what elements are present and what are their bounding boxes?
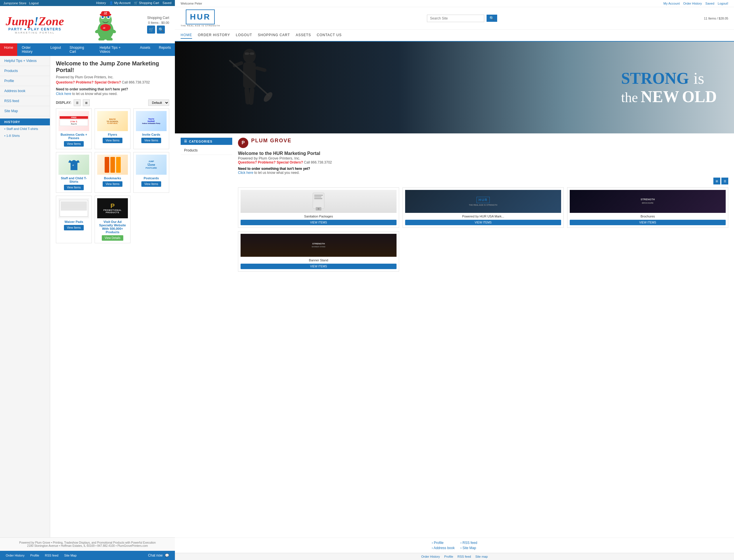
jz-view-items-shirts[interactable]: View Items [64, 185, 84, 190]
jz-logo: Jump ! Zone PARTY ● PLAY CENTERS MARKETI… [6, 15, 64, 34]
jz-sidebar-history-item1[interactable]: Staff and Child T-shirts [0, 125, 50, 132]
jz-sidebar-history-item2[interactable]: 1-8 Shirts [0, 132, 50, 139]
hur-grid-view-btn[interactable]: ⊞ [713, 178, 720, 184]
jz-footer-sitemap[interactable]: Site Map [64, 554, 77, 557]
jz-product-name-shirts[interactable]: Staff and Child T-Shirts [59, 176, 89, 183]
jz-view-items-waiver[interactable]: View Items [64, 225, 84, 230]
hur-sidebar-products[interactable]: Products [181, 146, 232, 155]
hur-product-img-sanitation [241, 190, 396, 213]
jz-logout-link[interactable]: Logout [29, 1, 39, 5]
jz-product-card-postcards: JUMP!ZonePOSTCARD Postcards View Items [133, 152, 169, 193]
jz-product-name-invite[interactable]: Invite Cards [136, 133, 167, 136]
hur-click-here[interactable]: Click here [238, 171, 253, 175]
jz-nav-shopping-cart[interactable]: Shopping Cart [66, 43, 95, 56]
hur-cart-items: 11 Items / $28.05 [704, 17, 728, 20]
jz-sidebar-tips[interactable]: Helpful Tips + Videos [0, 56, 50, 66]
jz-view-items-bc[interactable]: View Items [64, 141, 84, 147]
hur-view-items-banner[interactable]: VIEW ITEMS [241, 264, 396, 269]
svg-rect-30 [314, 198, 322, 199]
jz-nav-order-history[interactable]: Order History [18, 43, 46, 56]
jz-topbar: Jumpzone Store Logout History 👤 My Accou… [0, 0, 175, 6]
hur-nav-home[interactable]: HOME [181, 32, 192, 39]
hur-footer-nav-order[interactable]: Order History [421, 555, 440, 558]
jz-search-icon-button[interactable]: 🔍 [157, 26, 165, 34]
hur-nav: HOME ORDER HISTORY LOGOUT SHOPPING CART … [175, 30, 734, 42]
jz-welcome-title: Welcome to the Jump Zone Marketing Porta… [56, 60, 169, 73]
hur-view-items-hur-powered[interactable]: VIEW ITEMS [405, 220, 561, 225]
hur-nav-assets[interactable]: ASSETS [296, 32, 311, 39]
jz-nav: Home Order History Logout Shopping Cart … [0, 43, 175, 56]
jz-product-card-shirts: JZ Staff and Child T-Shirts View Items [56, 152, 92, 193]
jz-product-name-bookmarks[interactable]: Bookmarks [97, 176, 128, 180]
jz-nav-reports[interactable]: Reports [155, 43, 175, 56]
jz-click-here-link[interactable]: Click here [56, 92, 71, 96]
hur-myaccount-link[interactable]: My Account [663, 2, 680, 5]
hur-nav-contact[interactable]: CONTACT US [317, 32, 342, 39]
hur-view-items-brochures[interactable]: VIEW ITEMS [570, 220, 726, 225]
jz-view-items-flyers[interactable]: View Items [103, 138, 122, 143]
hur-hero-is: is [694, 69, 704, 87]
hur-footer-nav-profile[interactable]: Profile [444, 555, 453, 558]
jz-footer-order-history[interactable]: Order History [6, 554, 24, 557]
hur-contact: Questions? Problems? Special Orders? Cal… [238, 160, 728, 164]
hur-order-q: Need to order something that isn't here … [238, 167, 728, 171]
jz-cart-icon-button[interactable]: 🛒 [147, 26, 155, 34]
jz-view-items-postcards[interactable]: View Items [141, 181, 161, 187]
jz-sidebar-profile[interactable]: Profile [0, 76, 50, 86]
hur-nav-order-history[interactable]: ORDER HISTORY [198, 32, 230, 39]
hur-search-button[interactable]: 🔍 [486, 15, 497, 22]
jz-nav-assets[interactable]: Assets [136, 43, 154, 56]
jz-nav-logout[interactable]: Logout [46, 43, 65, 56]
jz-cart-link[interactable]: 🛒 Shopping Cart [134, 1, 159, 5]
jz-product-name-promo[interactable]: Visit Our Ad Specialty Website With 500,… [97, 220, 128, 234]
jz-product-name-bc[interactable]: Business Cards + Passes [59, 133, 89, 140]
jz-sidebar-address[interactable]: Address book [0, 86, 50, 96]
hur-logout-link[interactable]: Logout! [718, 2, 728, 5]
hur-saved-link[interactable]: Saved [705, 2, 714, 5]
jz-view-items-bookmarks[interactable]: View Items [103, 181, 122, 187]
jz-product-name-postcards[interactable]: Postcards [136, 176, 167, 180]
jz-product-img-shirts: JZ [59, 155, 89, 175]
jz-footer-profile[interactable]: Profile [30, 554, 39, 557]
hur-footer-nav-rss[interactable]: RSS feed [457, 555, 471, 558]
hur-footer-nav-sitemap[interactable]: Site map [475, 555, 488, 558]
hur-footer-profile-link[interactable]: › Profile [432, 541, 455, 545]
jz-product-img-bc: FREE 2 for 1 Post % [59, 111, 89, 131]
hur-welcome: Welcome Peter [181, 2, 202, 5]
jz-nav-tips[interactable]: Helpful Tips + Videos [96, 43, 135, 56]
jz-contact-info: Questions? Problems? Special Orders? Cal… [56, 80, 169, 84]
hur-footer-sitemap-link[interactable]: › Site Map [460, 546, 477, 550]
jz-nav-home[interactable]: Home [0, 43, 17, 56]
hur-order-history-link[interactable]: Order History [683, 2, 702, 5]
jz-sidebar-products[interactable]: Products [0, 66, 50, 76]
hur-nav-logout[interactable]: LOGOUT [236, 32, 252, 39]
jz-sidebar-sitemap[interactable]: Site Map [0, 106, 50, 116]
jz-product-name-flyers[interactable]: Flyers [97, 133, 128, 136]
jz-view-details-promo[interactable]: View Details [102, 235, 123, 241]
hur-list-view-btn[interactable]: ☰ [721, 178, 728, 184]
jz-list-view-btn[interactable]: ☰ [74, 99, 81, 106]
jz-logo-exclaim: ! [34, 15, 38, 27]
svg-point-13 [100, 24, 111, 31]
jz-sort-select[interactable]: Default [148, 100, 169, 106]
jz-sidebar-rss[interactable]: RSS feed [0, 96, 50, 106]
jz-view-items-invite[interactable]: View Items [141, 138, 161, 143]
jz-product-card-waiver: Waiver Pads View Items [56, 196, 92, 243]
hur-view-items-sanitation[interactable]: VIEW ITEMS [241, 220, 396, 225]
hur-cart-info: 11 Items / $28.05 [704, 17, 728, 20]
hur-order-cta: Click here to let us know what you need. [238, 171, 728, 175]
jz-product-name-waiver[interactable]: Waiver Pads [59, 220, 89, 223]
hur-footer-address-link[interactable]: › Address book [432, 546, 455, 550]
hur-logo-box: HUR [186, 9, 215, 24]
hur-categories-icon: ☰ [184, 139, 187, 143]
jz-product-card-promo: P PROMOTIONALPRODUCTS Visit Our Ad Speci… [95, 196, 131, 243]
jz-footer-rss[interactable]: RSS feed [45, 554, 59, 557]
hur-footer-rss-link[interactable]: › RSS feed [460, 541, 477, 545]
hur-nav-cart[interactable]: SHOPPING CART [258, 32, 290, 39]
hur-search-input[interactable] [427, 15, 484, 22]
jz-myaccount-link[interactable]: 👤 My Account [109, 1, 131, 5]
jz-chat-button[interactable]: Chat now 💬 [142, 551, 175, 560]
jz-history-link[interactable]: History [96, 1, 106, 5]
jz-grid-view-btn[interactable]: ⊞ [83, 99, 90, 106]
jz-saved-link[interactable]: Saved [163, 1, 172, 5]
